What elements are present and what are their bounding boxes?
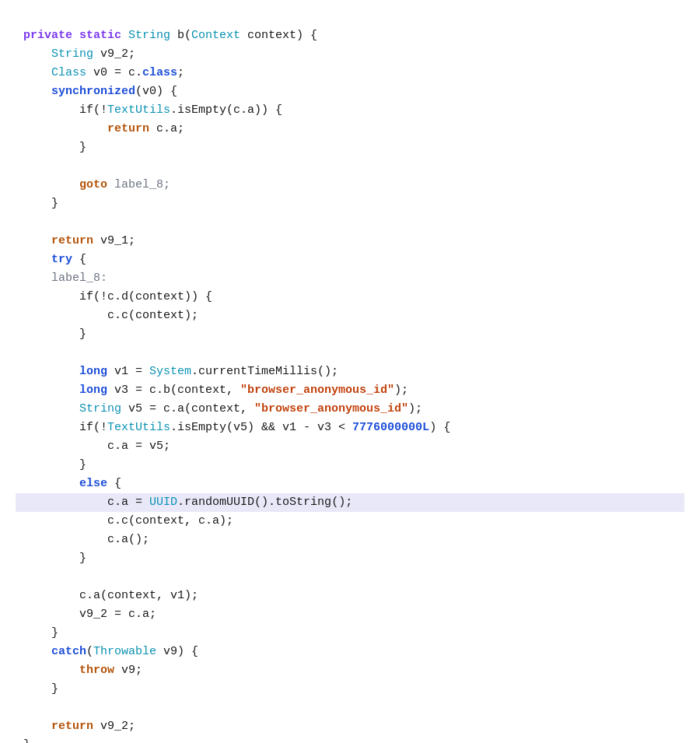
indent (23, 381, 79, 400)
token-plain: a (247, 101, 254, 120)
token-plain: a (121, 493, 128, 512)
code-line: } (16, 736, 684, 743)
token-type-teal: TextUtils (107, 419, 170, 437)
code-line: return c.a; (16, 120, 684, 138)
token-plain: v5 = c.a(context, (128, 400, 254, 419)
token-plain: ; (177, 120, 184, 138)
indent (23, 419, 79, 437)
indent (23, 456, 79, 475)
token-type-teal: Context (191, 26, 247, 45)
token-plain: c. (156, 120, 170, 138)
token-plain: if(! (79, 101, 107, 120)
token-plain: ; (149, 605, 156, 624)
token-type-teal: String (128, 26, 177, 45)
code-line: long v3 = c.b(context, "browser_anonymou… (16, 381, 684, 400)
token-type-teal: String (79, 400, 128, 419)
indent (23, 64, 51, 82)
code-line: c.c(context); (16, 307, 684, 325)
token-plain: c. (107, 493, 121, 512)
token-plain: ); (219, 512, 233, 531)
indent (23, 493, 107, 512)
token-kw-blue: synchronized (51, 82, 135, 101)
indent (23, 717, 51, 736)
token-type-teal: UUID (149, 493, 177, 512)
token-plain: = (128, 493, 149, 512)
token-plain: .currentTimeMillis(); (191, 363, 338, 381)
token-label-gray: label_8: (51, 269, 107, 288)
token-plain: v0 = c. (93, 64, 142, 82)
token-plain: a (212, 512, 219, 531)
token-plain: if(! (79, 419, 107, 437)
token-kw-blue: try (51, 251, 79, 269)
indent (23, 82, 51, 101)
token-label-gray: label_8; (114, 176, 170, 195)
token-plain: } (51, 195, 58, 213)
token-string-orange: "browser_anonymous_id" (240, 381, 394, 400)
code-line: return v9_1; (16, 232, 684, 251)
indent (23, 437, 107, 456)
code-line: else { (16, 475, 684, 493)
token-plain: c. (107, 531, 121, 549)
token-plain: ); (408, 400, 422, 419)
indent (23, 176, 79, 195)
token-kw-orange: return (51, 232, 100, 251)
code-line: if(!c.d(context)) { (16, 288, 684, 307)
token-plain: c.a(context, v1); (79, 587, 198, 605)
token-plain: } (51, 624, 58, 643)
token-kw-blue: long (79, 363, 114, 381)
indent (23, 531, 107, 549)
code-line (16, 344, 684, 363)
token-kw-orange: return (107, 120, 156, 138)
code-line (16, 699, 684, 717)
indent (23, 587, 79, 605)
code-line (16, 213, 684, 232)
token-plain: v1 = (114, 363, 149, 381)
token-plain: (v0) { (135, 82, 177, 101)
indent (23, 195, 51, 213)
token-kw-orange: throw (79, 661, 121, 680)
code-line: c.a = v5; (16, 437, 684, 456)
token-plain: ) { (429, 419, 450, 437)
code-line: if(!TextUtils.isEmpty(v5) && v1 - v3 < 7… (16, 419, 684, 437)
token-type-teal: System (149, 363, 191, 381)
token-kw-orange: return (51, 717, 100, 736)
code-line: label_8: (16, 269, 684, 288)
code-line: if(!TextUtils.isEmpty(c.a)) { (16, 101, 684, 120)
token-plain: a (170, 120, 177, 138)
indent (23, 288, 79, 307)
token-plain: } (79, 549, 86, 568)
code-line: goto label_8; (16, 176, 684, 195)
indent (23, 605, 79, 624)
token-plain: .randomUUID().toString(); (177, 493, 352, 512)
token-kw-orange: goto (79, 176, 114, 195)
code-line: } (16, 549, 684, 568)
indent (23, 680, 51, 699)
indent (23, 661, 79, 680)
code-line: c.a = UUID.randomUUID().toString(); (16, 493, 684, 512)
code-line (16, 157, 684, 176)
token-plain: } (79, 325, 86, 344)
code-line: } (16, 195, 684, 213)
code-line: synchronized(v0) { (16, 82, 684, 101)
token-kw-blue: else (79, 475, 114, 493)
indent (23, 269, 51, 288)
token-kw-blue: class (142, 64, 177, 82)
code-block: private static String b(Context context)… (16, 19, 684, 743)
code-line: String v5 = c.a(context, "browser_anonym… (16, 400, 684, 419)
indent (23, 475, 79, 493)
token-plain: a (121, 531, 128, 549)
token-plain: .isEmpty(c. (170, 101, 247, 120)
code-line: try { (16, 251, 684, 269)
indent (23, 363, 79, 381)
indent (23, 45, 51, 64)
token-kw-blue: catch (51, 643, 86, 661)
indent (23, 307, 107, 325)
indent (23, 251, 51, 269)
indent (23, 400, 79, 419)
code-line (16, 568, 684, 587)
token-plain: (); (128, 531, 149, 549)
indent (23, 512, 107, 531)
token-plain: c.c(context, c. (107, 512, 212, 531)
token-plain: c. (107, 437, 121, 456)
token-plain: ( (86, 643, 93, 661)
